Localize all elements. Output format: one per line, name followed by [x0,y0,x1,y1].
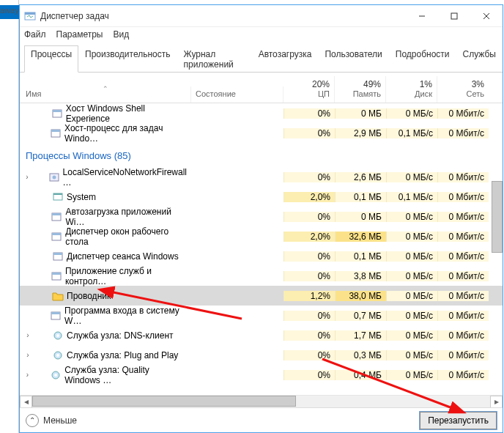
vertical-scrollbar[interactable] [490,103,503,395]
process-row[interactable]: System2,0%0,1 МБ0,1 МБ/c0 Мбит/с [20,187,503,207]
tab-startup[interactable]: Автозагрузка [252,45,319,73]
process-disk: 0 МБ/c [386,108,437,119]
chevron-up-icon: ⌃ [26,414,39,427]
restart-button[interactable]: Перезапустить [420,412,497,429]
process-network: 0 Мбит/с [437,232,489,242]
tab-performance[interactable]: Производительность [78,45,177,73]
process-network: 0 Мбит/с [437,212,489,222]
process-row[interactable]: Программа входа в систему W…0%0,7 МБ0 МБ… [20,306,503,325]
process-row[interactable]: Диспетчер окон рабочего стола2,0%32,6 МБ… [20,226,503,246]
process-row[interactable]: Автозагрузка приложений Wi…0%0 МБ0 МБ/c0… [20,207,503,226]
expand-icon[interactable]: › [23,371,32,379]
maximize-button[interactable] [438,6,470,26]
process-memory: 0,1 МБ [335,251,386,262]
process-disk: 0 МБ/c [386,350,437,360]
scrollbar-thumb[interactable] [492,181,503,253]
process-row[interactable]: ›Служба узла: Quality Windows …0%0,4 МБ0… [20,365,503,385]
menu-view[interactable]: Вид [113,29,129,40]
scroll-left-icon[interactable]: ◂ [20,396,32,408]
cpu-label: ЦП [318,89,330,98]
column-name[interactable]: ⌃ Имя [20,86,191,103]
scrollbar-track[interactable] [32,396,490,408]
svg-point-11 [52,175,56,179]
process-name-cell: ›Служба узла: DNS-клиент [20,330,191,341]
svg-point-25 [56,334,59,337]
svg-rect-13 [53,193,62,195]
process-row[interactable]: Проводник1,2%38,0 МБ0 МБ/c0 Мбит/с [20,286,503,306]
process-row[interactable]: Хост-процесс для задач Windo…0%2,9 МБ0,1… [20,123,503,143]
process-row[interactable]: Диспетчер сеанса Windows0%0,1 МБ0 МБ/c0 … [20,246,503,266]
background-text-fragment: away [0,6,19,15]
process-icon [52,251,64,262]
process-name-cell: Хост Windows Shell Experience [20,103,191,124]
process-disk: 0 МБ/c [386,271,437,281]
process-disk: 0 МБ/c [386,370,437,380]
process-name: Проводник [67,291,111,301]
process-name: Хост Windows Shell Experience [66,103,187,124]
process-name-cell: System [20,191,191,203]
expand-icon[interactable]: › [23,351,33,359]
tab-details[interactable]: Подробности [389,45,456,73]
minimize-button[interactable] [406,6,438,26]
mem-pct: 49% [363,79,381,89]
process-memory: 0,4 МБ [335,370,386,380]
process-memory: 3,8 МБ [335,271,386,281]
tab-users[interactable]: Пользователи [318,45,388,73]
process-memory: 0 МБ [335,212,386,222]
scroll-right-icon[interactable]: ▸ [490,396,503,408]
column-network[interactable]: 3%Сеть [437,76,489,103]
net-pct: 3% [472,79,484,89]
svg-rect-7 [53,110,62,112]
process-memory: 0,7 МБ [335,311,386,321]
process-memory: 0,3 МБ [335,350,386,360]
process-disk: 0 МБ/c [386,212,437,222]
column-state[interactable]: Состояние [191,86,284,103]
close-button[interactable] [470,6,503,26]
process-icon [50,310,62,322]
process-cpu: 0% [284,108,335,119]
horizontal-scrollbar[interactable]: ◂ ▸ [20,395,503,407]
process-list[interactable]: Хост Windows Shell Experience0%0 МБ0 МБ/… [20,103,503,395]
process-row[interactable]: Приложение служб и контрол…0%3,8 МБ0 МБ/… [20,266,503,286]
titlebar: Диспетчер задач [20,5,503,27]
process-cpu: 0% [284,370,335,380]
scrollbar-thumb-h[interactable] [32,396,296,407]
process-disk: 0 МБ/c [386,172,437,182]
process-row[interactable]: ›Служба узла: DNS-клиент0%1,7 МБ0 МБ/c0 … [20,325,503,345]
menu-file[interactable]: Файл [24,29,46,40]
process-name: Диспетчер сеанса Windows [67,251,179,262]
process-cpu: 1,2% [284,291,335,301]
expand-icon[interactable]: › [23,331,33,339]
process-name: Хост-процесс для задач Windo… [64,123,187,144]
process-name: Приложение служб и контрол… [65,266,187,286]
process-row[interactable]: ›LocalServiceNoNetworkFirewall …0%2,6 МБ… [20,167,503,187]
disk-label: Диск [415,89,432,98]
column-state-label: Состояние [196,89,278,98]
tab-app-history[interactable]: Журнал приложений [177,45,252,73]
process-name-cell: Проводник [20,290,191,302]
process-cpu: 0% [284,212,335,222]
process-row[interactable]: ›Служба узла: Plug and Play0%0,3 МБ0 МБ/… [20,345,503,365]
process-row[interactable]: Хост Windows Shell Experience0%0 МБ0 МБ/… [20,103,503,123]
tab-strip: Процессы Производительность Журнал прило… [20,45,503,73]
column-memory[interactable]: 49%Память [335,76,386,103]
process-name: Диспетчер окон рабочего стола [65,226,187,247]
process-name: System [67,192,96,202]
background-edge [0,0,19,433]
tab-processes[interactable]: Процессы [24,45,78,73]
column-disk[interactable]: 1%Диск [386,76,437,103]
column-cpu[interactable]: 20%ЦП [284,76,335,103]
menu-options[interactable]: Параметры [56,29,103,40]
svg-rect-17 [52,233,61,235]
process-disk: 0,1 МБ/c [386,128,437,138]
expand-icon[interactable]: › [23,173,32,181]
process-icon [52,191,64,203]
mem-label: Память [353,89,381,98]
process-name: Служба узла: Plug and Play [67,350,178,360]
tab-services[interactable]: Службы [456,45,503,73]
process-disk: 0,1 МБ/c [386,192,437,202]
process-memory: 2,9 МБ [335,128,386,138]
process-icon [51,108,63,119]
fewer-details-button[interactable]: ⌃ Меньше [26,414,77,427]
process-name-cell: Программа входа в систему W… [20,306,191,326]
